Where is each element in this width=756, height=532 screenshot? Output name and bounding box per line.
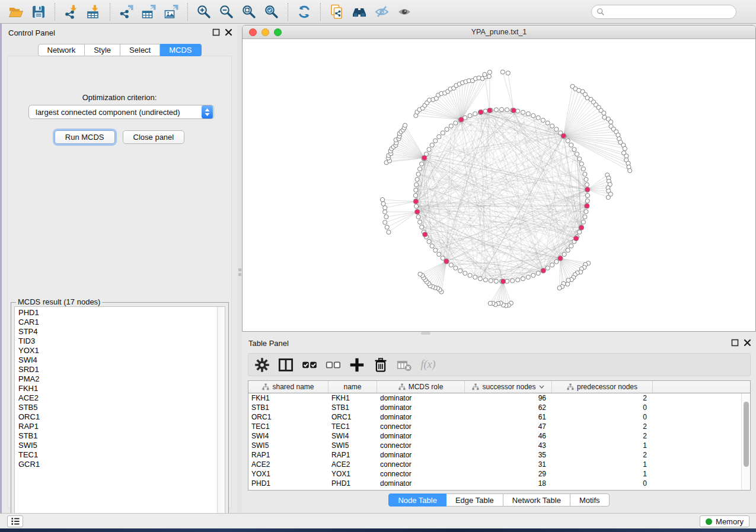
import-network-icon[interactable]	[62, 3, 80, 21]
tree-icon	[262, 383, 269, 390]
network-titlebar[interactable]: YPA_prune.txt_1	[243, 25, 755, 39]
tab-network[interactable]: Network	[37, 44, 85, 56]
zoom-fit-icon[interactable]	[240, 3, 258, 21]
network-canvas[interactable]	[243, 39, 755, 332]
tab-motifs[interactable]: Motifs	[570, 493, 610, 507]
function-builder-icon[interactable]: f(x)	[420, 357, 436, 373]
search-box[interactable]	[591, 5, 736, 19]
table-cell: STB1	[328, 403, 377, 412]
columns-icon[interactable]	[278, 357, 294, 373]
toolbar-separator	[110, 3, 110, 21]
tree-icon	[567, 383, 574, 390]
zoom-out-icon[interactable]	[218, 3, 235, 21]
chevron-down-icon[interactable]	[539, 385, 544, 389]
list-item[interactable]: TEC1	[18, 450, 217, 460]
list-item[interactable]: YOX1	[18, 346, 217, 355]
tab-select[interactable]: Select	[120, 44, 160, 56]
list-item[interactable]: GCR1	[18, 460, 217, 469]
zoom-selected-icon[interactable]	[263, 3, 280, 21]
list-item[interactable]: PHD1	[18, 308, 217, 318]
table-row[interactable]: STB1STB1dominator620	[248, 403, 741, 412]
list-item[interactable]: CAR1	[18, 318, 217, 327]
list-item[interactable]: SWI4	[18, 355, 217, 365]
table-row[interactable]: FKH1FKH1dominator962	[248, 393, 741, 403]
list-item[interactable]: FKH1	[18, 384, 217, 393]
table-row[interactable]: ACE2ACE2connector311	[248, 460, 741, 469]
column-header-successor-nodes[interactable]: successor nodes	[465, 381, 552, 393]
eye-icon[interactable]	[395, 3, 413, 21]
table-row[interactable]: SWI4SWI4dominator462	[248, 431, 741, 441]
list-item[interactable]: STB5	[18, 403, 217, 412]
table-cell: 2	[552, 450, 653, 460]
table-cell: connector	[377, 441, 465, 450]
tab-node-table[interactable]: Node Table	[388, 493, 446, 507]
tab-network-table[interactable]: Network Table	[503, 493, 570, 507]
table-cell	[653, 460, 741, 469]
open-folder-icon[interactable]	[7, 3, 25, 21]
add-column-icon[interactable]	[349, 357, 365, 373]
gear-icon[interactable]	[254, 357, 270, 373]
table-cell: FKH1	[248, 393, 328, 403]
close-panel-icon[interactable]	[744, 339, 751, 347]
table-row[interactable]: TEC1TEC1connector472	[248, 422, 741, 431]
list-item[interactable]: SWI5	[18, 441, 217, 450]
table-cell: 0	[552, 412, 653, 422]
table-cell	[653, 441, 741, 450]
run-mcds-button[interactable]: Run MCDS	[55, 130, 115, 144]
list-item[interactable]: RAP1	[18, 422, 217, 431]
table-row[interactable]: YOX1YOX1connector291	[248, 469, 741, 479]
column-label: successor nodes	[482, 383, 535, 391]
mcds-result-groupbox: MCDS result (17 nodes) PHD1CAR1STP4TID3Y…	[11, 302, 229, 521]
criterion-select[interactable]: largest connected component (undirected)	[28, 105, 214, 119]
table-toolbar: f(x)	[248, 353, 751, 376]
list-item[interactable]: ORC1	[18, 412, 217, 422]
table-scrollbar-thumb[interactable]	[744, 402, 749, 467]
import-table-icon[interactable]	[85, 3, 103, 21]
mcds-result-list: PHD1CAR1STP4TID3YOX1SWI4SRD1PMA2FKH1ACE2…	[14, 306, 225, 517]
tab-mcds[interactable]: MCDS	[160, 44, 201, 56]
export-table-icon[interactable]	[140, 3, 158, 21]
binoculars-icon[interactable]	[350, 3, 368, 21]
table-cell: RAP1	[248, 450, 328, 460]
deselect-all-icon[interactable]	[326, 357, 341, 373]
export-image-icon[interactable]	[162, 3, 180, 21]
refresh-icon[interactable]	[295, 3, 313, 21]
eye-slash-icon[interactable]	[373, 3, 391, 21]
float-panel-icon[interactable]	[212, 28, 220, 36]
zoom-in-icon[interactable]	[195, 3, 213, 21]
tab-style[interactable]: Style	[85, 44, 120, 56]
delete-icon[interactable]	[373, 357, 388, 373]
list-item[interactable]: SRD1	[18, 365, 217, 374]
table-cell: ACE2	[248, 460, 328, 469]
close-panel-button[interactable]: Close panel	[123, 130, 185, 144]
save-icon[interactable]	[30, 3, 47, 21]
close-panel-icon[interactable]	[225, 28, 232, 36]
table-row[interactable]: RAP1RAP1dominator352	[248, 450, 741, 460]
task-history-button[interactable]	[7, 515, 23, 527]
table-row[interactable]: SWI5SWI5connector431	[248, 441, 741, 450]
list-item[interactable]: PMA2	[18, 374, 217, 384]
table-cell	[653, 422, 741, 431]
share-document-icon[interactable]	[328, 3, 346, 21]
list-item[interactable]: STB1	[18, 431, 217, 441]
float-panel-icon[interactable]	[731, 339, 739, 347]
panel-splitter[interactable]	[237, 24, 242, 513]
tab-edge-table[interactable]: Edge Table	[446, 493, 503, 507]
table-scrollbar[interactable]	[741, 393, 750, 490]
table-row[interactable]: PHD1PHD1dominator180	[248, 479, 741, 488]
delete-table-icon[interactable]	[397, 357, 412, 373]
export-network-icon[interactable]	[117, 3, 135, 21]
list-item[interactable]: ACE2	[18, 393, 217, 403]
select-all-icon[interactable]	[302, 357, 317, 373]
control-panel-header: Control Panel	[2, 24, 237, 41]
list-item[interactable]: STP4	[18, 327, 217, 336]
table-row[interactable]: ORC1ORC1dominator610	[248, 412, 741, 422]
list-item[interactable]: TID3	[18, 336, 217, 346]
memory-button[interactable]: Memory	[700, 515, 749, 527]
column-header-mcds-role[interactable]: MCDS role	[377, 381, 465, 393]
list-scrollbar[interactable]	[217, 307, 225, 517]
column-header-shared-name[interactable]: shared name	[248, 381, 328, 393]
column-header-name[interactable]: name	[328, 381, 377, 393]
search-input[interactable]	[608, 6, 726, 18]
column-header-predecessor-nodes[interactable]: predecessor nodes	[552, 381, 653, 393]
